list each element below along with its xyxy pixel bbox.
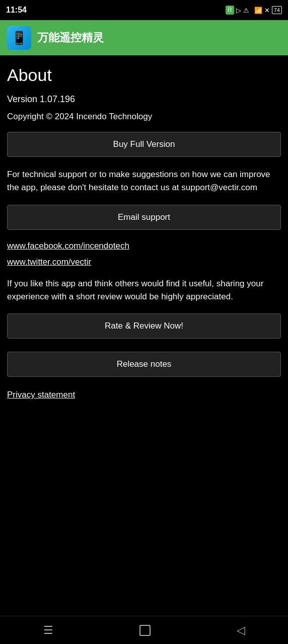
- nav-home-button[interactable]: [129, 620, 161, 641]
- status-icons: R ▷ ⚠ 📶 ✕ 74: [226, 6, 282, 15]
- status-bar: 11:54 R ▷ ⚠ 📶 ✕ 74: [0, 0, 288, 20]
- email-support-button[interactable]: Email support: [7, 205, 281, 230]
- warning-icon: ⚠: [243, 7, 249, 14]
- app-icon: 📱: [7, 26, 31, 50]
- rate-review-button[interactable]: Rate & Review Now!: [7, 313, 281, 339]
- nav-back-button[interactable]: ◁: [227, 619, 255, 642]
- back-icon: ◁: [237, 624, 245, 637]
- main-content: About Version 1.07.196 Copyright © 2024 …: [0, 55, 288, 616]
- nav-bar: ☰ ◁: [0, 616, 288, 644]
- app-title: 万能遥控精灵: [37, 30, 104, 45]
- app-icon-emoji: 📱: [11, 30, 27, 46]
- app-header: 📱 万能遥控精灵: [0, 20, 288, 55]
- support-text: For technical support or to make suggest…: [7, 168, 281, 195]
- play-icon: ▷: [236, 7, 241, 14]
- buy-full-version-button[interactable]: Buy Full Version: [7, 132, 281, 157]
- x-icon: ✕: [264, 7, 270, 14]
- appreciation-text: If you like this app and think others wo…: [7, 277, 281, 304]
- privacy-statement-link[interactable]: Privacy statement: [7, 390, 281, 400]
- menu-icon: ☰: [43, 624, 53, 637]
- nav-menu-button[interactable]: ☰: [33, 619, 63, 642]
- battery-icon: 74: [272, 6, 282, 14]
- copyright-text: Copyright © 2024 Incendo Technology: [7, 112, 281, 122]
- app-notification-icon: R: [226, 6, 234, 15]
- version-text: Version 1.07.196: [7, 94, 281, 105]
- facebook-link[interactable]: www.facebook.com/incendotech: [7, 241, 281, 251]
- about-heading: About: [7, 65, 281, 85]
- home-icon: [139, 625, 151, 636]
- twitter-link[interactable]: www.twitter.com/vectir: [7, 257, 281, 267]
- wifi-icon: 📶: [254, 7, 262, 14]
- release-notes-button[interactable]: Release notes: [7, 352, 281, 377]
- status-time: 11:54: [6, 6, 27, 15]
